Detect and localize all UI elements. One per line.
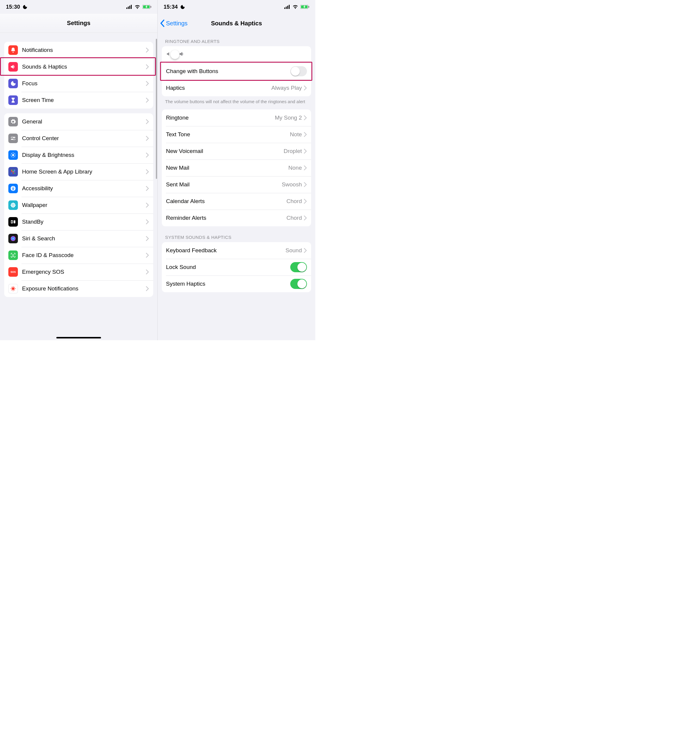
- settings-row-focus[interactable]: Focus: [4, 75, 153, 92]
- wallpaper-icon: [8, 200, 18, 210]
- svg-point-47: [14, 255, 14, 255]
- settings-row-emergency-sos[interactable]: SOSEmergency SOS: [4, 263, 153, 280]
- settings-group-2: GeneralControl CenterDisplay & Brightnes…: [4, 113, 153, 297]
- settings-row-screen-time[interactable]: Screen Time: [4, 92, 153, 108]
- settings-row-display-brightness[interactable]: Display & Brightness: [4, 147, 153, 163]
- row-label: Siri & Search: [22, 235, 55, 242]
- system-haptics-row[interactable]: System Haptics: [162, 276, 311, 292]
- section-header-ringtone: RINGTONE AND ALERTS: [158, 39, 315, 44]
- settings-row-general[interactable]: General: [4, 113, 153, 130]
- nav-title: Sounds & Haptics: [211, 20, 262, 27]
- svg-point-59: [13, 290, 13, 291]
- settings-row-notifications[interactable]: Notifications: [4, 42, 153, 58]
- svg-rect-6: [150, 6, 152, 8]
- system-haptics-toggle[interactable]: [290, 279, 307, 289]
- sound-row-sent-mail[interactable]: Sent MailSwoosh: [162, 176, 311, 193]
- settings-row-accessibility[interactable]: Accessibility: [4, 180, 153, 197]
- row-label: Notifications: [22, 47, 53, 53]
- chevron-right-icon: [146, 48, 149, 52]
- back-button[interactable]: Settings: [159, 14, 188, 33]
- settings-row-siri-search[interactable]: Siri & Search: [4, 230, 153, 247]
- accessibility-icon: [8, 184, 18, 193]
- settings-row-wallpaper[interactable]: Wallpaper: [4, 197, 153, 213]
- svg-rect-67: [286, 6, 287, 9]
- home-indicator[interactable]: [56, 337, 101, 338]
- settings-row-home-screen[interactable]: Home Screen & App Library: [4, 163, 153, 180]
- display-brightness-icon: [8, 150, 18, 160]
- svg-point-61: [15, 288, 16, 289]
- chevron-right-icon: [304, 132, 307, 137]
- svg-point-33: [12, 206, 14, 208]
- svg-line-17: [15, 157, 15, 157]
- settings-row-standby[interactable]: StandBy: [4, 213, 153, 230]
- chevron-right-icon: [304, 199, 307, 204]
- svg-line-19: [15, 153, 15, 154]
- scroll-indicator[interactable]: [156, 39, 157, 179]
- row-label: Screen Time: [22, 97, 54, 103]
- sound-row-ringtone[interactable]: RingtoneMy Song 2: [162, 110, 311, 126]
- lock-sound-toggle[interactable]: [290, 262, 307, 272]
- svg-point-8: [11, 136, 13, 138]
- svg-point-58: [13, 286, 13, 287]
- lock-sound-row[interactable]: Lock Sound: [162, 259, 311, 276]
- sound-row-reminder-alerts[interactable]: Reminder AlertsChord: [162, 210, 311, 226]
- status-time: 15:30: [6, 4, 20, 10]
- chevron-right-icon: [146, 253, 149, 258]
- settings-row-control-center[interactable]: Control Center: [4, 130, 153, 147]
- speaker-max-icon: [178, 51, 185, 58]
- ringtone-group: Change with Buttons Haptics Always Play: [162, 46, 311, 96]
- svg-rect-1: [128, 6, 129, 9]
- cellular-icon: [284, 5, 290, 9]
- settings-screen: 15:30 Settings Notificati: [0, 0, 158, 340]
- row-label: Sounds & Haptics: [22, 64, 67, 70]
- row-value: Chord: [286, 198, 302, 205]
- sound-row-calendar-alerts[interactable]: Calendar AlertsChord: [162, 193, 311, 210]
- slider-thumb[interactable]: [170, 50, 180, 59]
- nav-title: Settings: [67, 20, 91, 27]
- row-value: None: [289, 164, 302, 171]
- chevron-right-icon: [146, 64, 149, 69]
- chevron-right-icon: [146, 136, 149, 141]
- chevron-right-icon: [304, 182, 307, 187]
- row-label: Exposure Notifications: [22, 285, 78, 292]
- svg-point-10: [13, 139, 15, 140]
- row-value: Sound: [286, 247, 302, 254]
- haptics-row[interactable]: Haptics Always Play: [162, 80, 311, 96]
- change-with-buttons-row[interactable]: Change with Buttons: [162, 63, 311, 80]
- dnd-moon-icon: [22, 5, 27, 9]
- row-label: Change with Buttons: [166, 68, 218, 75]
- sound-row-text-tone[interactable]: Text ToneNote: [162, 126, 311, 143]
- sounds-haptics-screen: 15:34 Settings: [158, 0, 315, 340]
- sound-row-new-mail[interactable]: New MailNone: [162, 160, 311, 176]
- home-screen-icon: [8, 167, 18, 177]
- sounds-haptics-icon: [8, 62, 18, 72]
- row-value: Droplet: [284, 148, 302, 155]
- control-center-icon: [8, 133, 18, 143]
- focus-icon: [8, 79, 18, 88]
- svg-point-31: [12, 205, 14, 206]
- row-label: Emergency SOS: [22, 269, 64, 275]
- svg-point-32: [12, 202, 14, 204]
- svg-rect-25: [14, 171, 15, 172]
- row-label: Accessibility: [22, 185, 53, 192]
- section-footer-ringtone: The volume buttons will not affect the v…: [158, 96, 315, 105]
- svg-rect-26: [11, 173, 12, 174]
- row-label: Haptics: [166, 85, 185, 91]
- emergency-sos-icon: SOS: [8, 267, 18, 277]
- status-time: 15:34: [164, 4, 178, 10]
- row-label: Face ID & Passcode: [22, 252, 73, 258]
- navbar: Settings Sounds & Haptics: [158, 14, 315, 33]
- settings-row-exposure[interactable]: Exposure Notifications: [4, 280, 153, 297]
- change-with-buttons-toggle[interactable]: [290, 66, 307, 76]
- svg-rect-68: [287, 6, 288, 9]
- row-label: New Voicemail: [166, 148, 203, 155]
- settings-row-faceid[interactable]: Face ID & Passcode: [4, 247, 153, 263]
- sound-row-new-voicemail[interactable]: New VoicemailDroplet: [162, 143, 311, 160]
- svg-point-65: [14, 287, 15, 287]
- svg-rect-41: [14, 220, 16, 223]
- row-label: Lock Sound: [166, 264, 196, 271]
- chevron-right-icon: [146, 98, 149, 103]
- settings-row-sounds-haptics[interactable]: Sounds & Haptics: [4, 58, 153, 75]
- keyboard-feedback-row[interactable]: Keyboard Feedback Sound: [162, 242, 311, 259]
- row-label: Reminder Alerts: [166, 215, 206, 221]
